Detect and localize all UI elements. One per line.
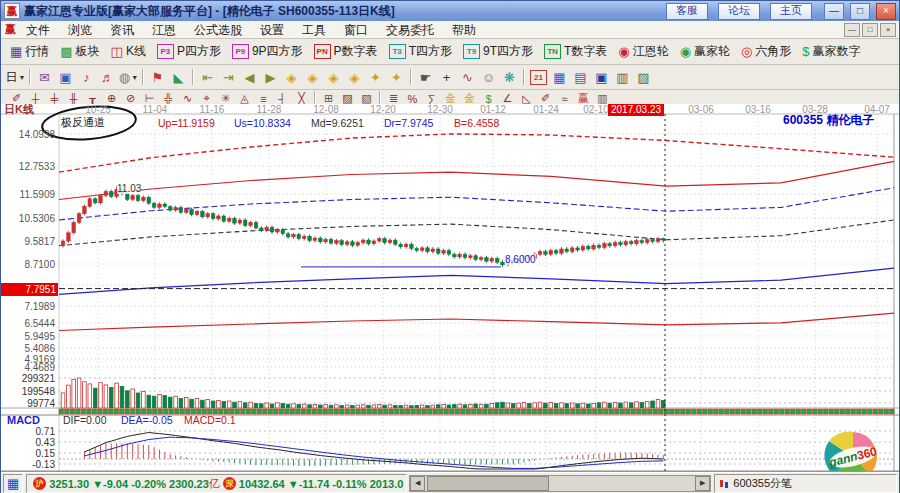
tick-data-button[interactable]: 600355分笔: [714, 474, 897, 493]
sound-icon[interactable]: ♪: [76, 67, 97, 87]
hand-icon[interactable]: ☛: [415, 67, 436, 87]
winner-number-button[interactable]: $赢家数字: [797, 41, 865, 62]
menu-item-工具[interactable]: 工具: [293, 22, 335, 38]
date-tick-label: 01-12: [480, 104, 506, 115]
reset-icon[interactable]: ✦: [386, 67, 407, 87]
next-bar-icon[interactable]: ▶: [260, 67, 281, 87]
winner-number-button-icon: $: [802, 45, 809, 58]
menu-item-设置[interactable]: 设置: [251, 22, 293, 38]
winner-wheel-button[interactable]: ◉赢家轮: [675, 41, 735, 62]
wave-icon[interactable]: ∿: [457, 67, 478, 87]
scroll-left-arrow-icon[interactable]: ◀: [410, 476, 425, 491]
quotes-button[interactable]: ▦行情: [5, 41, 54, 62]
close-button[interactable]: ×: [876, 3, 896, 20]
calendar-icon[interactable]: 21: [528, 67, 549, 87]
date-tick-label: 12-30: [427, 104, 453, 115]
zoom-in-icon[interactable]: ◈: [323, 67, 344, 87]
navigation-toolbar: 日▼✉▣♪♬◍▼⚑◣⇤⇥◀▶◈◈◈◈✦✦☛+∿☺❋21▦▤▣▥▨: [1, 65, 899, 90]
t-square-button[interactable]: T3T四方形: [384, 41, 457, 62]
grid-view-icon[interactable]: ▦: [549, 67, 570, 87]
last-bar-icon[interactable]: ⇥: [218, 67, 239, 87]
home-button[interactable]: 主页: [770, 3, 812, 20]
export-icon[interactable]: ▥: [612, 67, 633, 87]
save-icon[interactable]: ▣: [591, 67, 612, 87]
burst-icon[interactable]: ❋: [499, 67, 520, 87]
menu-item-窗口[interactable]: 窗口: [335, 22, 377, 38]
cylinder-dropdown[interactable]: ◍▼: [118, 67, 139, 87]
price-tick-label: 14.0938: [1, 129, 55, 140]
period-dropdown[interactable]: 日▼: [5, 67, 26, 87]
shanghai-icon[interactable]: 沪: [33, 477, 46, 490]
p-table-button-label: P数字表: [334, 43, 378, 60]
expand-h-icon[interactable]: ◈: [281, 67, 302, 87]
grid-view-icon: ▦: [553, 70, 565, 85]
app-logo-icon: 赢: [4, 3, 20, 19]
service-button[interactable]: 客服: [666, 3, 708, 20]
menu-item-江恩[interactable]: 江恩: [143, 22, 185, 38]
first-bar-icon[interactable]: ⇤: [197, 67, 218, 87]
expand-v-icon: ◈: [308, 70, 318, 85]
expand-v-icon[interactable]: ◈: [302, 67, 323, 87]
macd-header-value: DIF=0.00: [63, 415, 106, 426]
sectors-button-icon: ▩: [60, 45, 72, 58]
gann-wheel-button[interactable]: ◉江恩轮: [613, 41, 673, 62]
message-icon[interactable]: ✉: [34, 67, 55, 87]
menu-item-浏览[interactable]: 浏览: [59, 22, 101, 38]
date-tick-label: 02-10: [583, 104, 609, 115]
sound-icon: ♪: [83, 70, 90, 85]
quotes-button-label: 行情: [25, 43, 49, 60]
menu-item-帮助[interactable]: 帮助: [443, 22, 485, 38]
triangle-icon[interactable]: ◣: [168, 67, 189, 87]
horizontal-scrollbar[interactable]: ◀ ▶: [409, 475, 711, 492]
menu-item-资讯[interactable]: 资讯: [101, 22, 143, 38]
sectors-button[interactable]: ▩板块: [55, 41, 104, 62]
menu-item-公式选股[interactable]: 公式选股: [185, 22, 251, 38]
menu-item-交易委托[interactable]: 交易委托: [377, 22, 443, 38]
crosshair-icon: +: [443, 70, 451, 85]
mdi-close-button[interactable]: ×: [880, 23, 896, 37]
chart-area[interactable]: gann360日K线10-2511-0411-1611-2812-0812-20…: [1, 104, 899, 472]
next-bar-icon: ▶: [266, 70, 276, 85]
zoom-out-icon[interactable]: ◈: [344, 67, 365, 87]
flag-icon[interactable]: ⚑: [147, 67, 168, 87]
index-panel: 沪 3251.30 ▼-9.04 -0.20% 2300.23亿 深 10432…: [26, 474, 407, 493]
macd-tick-label: -0.13: [1, 459, 55, 470]
forum-button[interactable]: 论坛: [718, 3, 760, 20]
minimize-button[interactable]: —: [824, 3, 844, 20]
indicator-value-label: B=6.4558: [454, 118, 499, 129]
p-square-button[interactable]: P3P四方形: [152, 41, 226, 62]
sh-index-value: 3251.30: [49, 478, 89, 490]
music-icon[interactable]: ♬: [97, 67, 118, 87]
toolbar-separator: [29, 69, 31, 85]
fit-icon[interactable]: ✦: [365, 67, 386, 87]
macd-pane-label: MACD: [7, 415, 40, 426]
p-table-button[interactable]: PNP数字表: [309, 41, 383, 62]
keyboard-button[interactable]: ▦: [3, 474, 23, 493]
list-view-icon[interactable]: ▤: [570, 67, 591, 87]
hexagon-button[interactable]: ◎六角形: [736, 41, 796, 62]
9t-square-button[interactable]: T99T四方形: [458, 41, 538, 62]
p-table-button-icon: PN: [314, 44, 331, 59]
t-table-button[interactable]: TNT数字表: [539, 41, 612, 62]
shenzhen-icon[interactable]: 深: [223, 477, 236, 490]
mdi-minimize-button[interactable]: —: [844, 23, 860, 37]
date-tick-label: 03-06: [688, 104, 714, 115]
face-icon[interactable]: ☺: [478, 67, 499, 87]
date-tick-label: 11-04: [143, 104, 168, 115]
kline-button[interactable]: ◫K线: [106, 41, 151, 62]
gann-wheel-button-label: 江恩轮: [633, 43, 669, 60]
scroll-right-arrow-icon[interactable]: ▶: [695, 476, 710, 491]
crosshair-icon[interactable]: +: [436, 67, 457, 87]
9p-square-button[interactable]: P99P四方形: [227, 41, 308, 62]
triangle-icon: ◣: [174, 70, 184, 85]
prev-bar-icon[interactable]: ◀: [239, 67, 260, 87]
scrollbar-thumb[interactable]: [427, 476, 549, 491]
import-icon[interactable]: ▨: [633, 67, 654, 87]
volume-tick-label: 299321: [1, 373, 55, 384]
mdi-restore-button[interactable]: □: [862, 23, 878, 37]
menu-item-文件[interactable]: 文件: [17, 22, 59, 38]
maximize-button[interactable]: □: [850, 3, 870, 20]
note-icon[interactable]: ▣: [55, 67, 76, 87]
last-bar-icon: ⇥: [223, 70, 234, 85]
toolbar-separator: [410, 69, 412, 85]
